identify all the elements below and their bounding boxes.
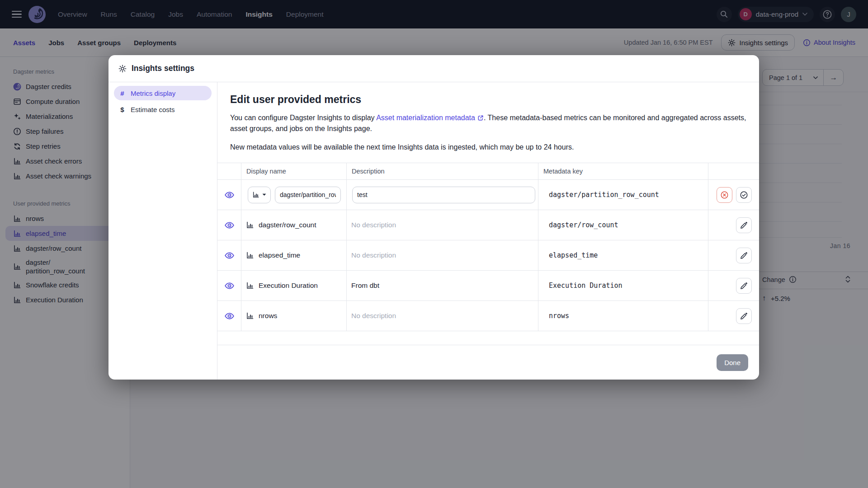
metric-display-name: Execution Duration bbox=[259, 282, 318, 290]
screen: Overview Runs Catalog Jobs Automation In… bbox=[0, 0, 868, 488]
asset-materialization-metadata-link[interactable]: Asset materialization metadata bbox=[376, 114, 484, 122]
note-paragraph: New metadata values will be available th… bbox=[230, 142, 748, 153]
table-row: nrows No description nrows bbox=[217, 300, 759, 331]
pencil-icon bbox=[740, 251, 748, 259]
caret-down-icon bbox=[262, 193, 266, 196]
display-name-input[interactable] bbox=[275, 187, 341, 203]
external-link-icon bbox=[477, 115, 484, 121]
description-input[interactable] bbox=[352, 187, 535, 203]
bar-chart-icon bbox=[246, 251, 254, 259]
cancel-edit-button[interactable] bbox=[717, 187, 732, 203]
confirm-edit-button[interactable] bbox=[736, 187, 752, 203]
check-circle-icon bbox=[740, 191, 748, 199]
metric-display-name: nrows bbox=[259, 312, 277, 320]
hash-icon: # bbox=[119, 89, 126, 97]
visibility-toggle[interactable] bbox=[224, 220, 235, 230]
menu-item-metrics-display[interactable]: # Metrics display bbox=[114, 86, 212, 100]
column-header-metadata-key: Metadata key bbox=[538, 163, 708, 179]
modal-content: Edit user provided metrics You can confi… bbox=[217, 82, 759, 380]
done-button[interactable]: Done bbox=[717, 354, 748, 371]
eye-icon bbox=[224, 190, 235, 200]
pencil-icon bbox=[740, 282, 748, 290]
intro-paragraph: You can configure Dagster Insights to di… bbox=[230, 113, 748, 134]
eye-icon bbox=[224, 220, 235, 230]
pencil-icon bbox=[740, 221, 748, 229]
metric-display-name: dagster/row_count bbox=[259, 221, 316, 229]
eye-icon bbox=[224, 311, 235, 321]
eye-icon bbox=[224, 281, 235, 291]
metadata-key: dagster/partition_row_count bbox=[538, 180, 708, 210]
modal-heading: Edit user provided metrics bbox=[230, 94, 746, 106]
table-row-editing: dagster/partition_row_count bbox=[217, 179, 759, 210]
metadata-key: elapsed_time bbox=[538, 240, 708, 270]
metric-description: No description bbox=[346, 210, 538, 240]
table-row: Execution Duration From dbt Execution Du… bbox=[217, 270, 759, 300]
menu-item-estimate-costs[interactable]: $ Estimate costs bbox=[114, 102, 212, 117]
bar-chart-icon bbox=[246, 312, 254, 320]
column-header-display-name: Display name bbox=[241, 163, 346, 179]
modal-menu: # Metrics display $ Estimate costs bbox=[108, 82, 217, 380]
menu-item-label: Metrics display bbox=[131, 89, 175, 97]
visibility-toggle[interactable] bbox=[224, 250, 235, 261]
visibility-toggle[interactable] bbox=[224, 190, 235, 200]
column-header-description: Description bbox=[346, 163, 538, 179]
metric-description: No description bbox=[346, 301, 538, 331]
bar-chart-icon bbox=[246, 282, 254, 290]
insights-settings-modal: Insights settings # Metrics display $ Es… bbox=[108, 55, 759, 380]
menu-item-label: Estimate costs bbox=[131, 106, 175, 113]
modal-header: Insights settings bbox=[108, 55, 759, 82]
table-header-row: Display name Description Metadata key bbox=[217, 163, 759, 179]
edit-metric-button[interactable] bbox=[736, 217, 752, 233]
eye-icon bbox=[224, 250, 235, 261]
metadata-key: nrows bbox=[538, 301, 708, 331]
pencil-icon bbox=[740, 312, 748, 320]
edit-metric-button[interactable] bbox=[736, 278, 752, 294]
edit-metric-button[interactable] bbox=[736, 248, 752, 263]
metric-description: No description bbox=[346, 240, 538, 270]
bar-chart-icon bbox=[252, 191, 259, 198]
modal-footer: Done bbox=[217, 345, 759, 371]
metric-description: From dbt bbox=[346, 271, 538, 300]
metadata-key: dagster/row_count bbox=[538, 210, 708, 240]
table-row: elapsed_time No description elapsed_time bbox=[217, 240, 759, 270]
chart-type-dropdown[interactable] bbox=[248, 187, 271, 203]
metrics-table: Display name Description Metadata key bbox=[217, 163, 759, 331]
metric-display-name: elapsed_time bbox=[259, 251, 300, 259]
metadata-key: Execution Duration bbox=[538, 271, 708, 300]
gear-icon bbox=[118, 65, 127, 73]
dollar-icon: $ bbox=[119, 106, 126, 113]
edit-metric-button[interactable] bbox=[736, 308, 752, 324]
visibility-toggle[interactable] bbox=[224, 311, 235, 321]
table-row: dagster/row_count No description dagster… bbox=[217, 210, 759, 240]
modal-title: Insights settings bbox=[132, 64, 194, 73]
bar-chart-icon bbox=[246, 221, 254, 229]
visibility-toggle[interactable] bbox=[224, 281, 235, 291]
x-circle-icon bbox=[720, 191, 729, 199]
